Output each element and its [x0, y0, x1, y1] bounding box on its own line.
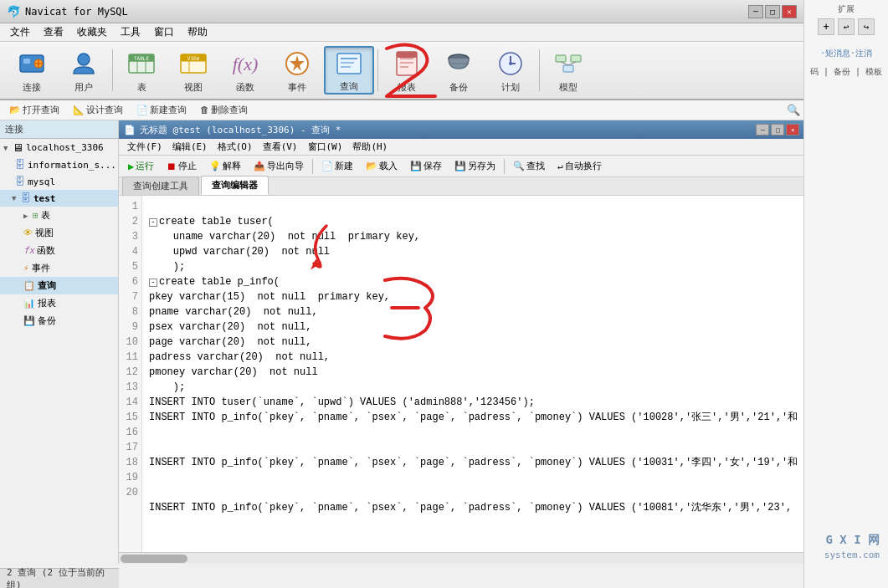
sidebar-item-reports[interactable]: 📊 报表 [0, 294, 118, 312]
view-button[interactable]: VIEW 视图 [168, 46, 218, 95]
h-scrollbar[interactable] [119, 552, 803, 564]
db-icon: 🗄 [21, 192, 31, 204]
code-line-9: page varchar(20) not null, [149, 336, 311, 348]
qmenu-help[interactable]: 帮助(H) [347, 140, 393, 154]
right-link-1[interactable]: ·矩消息·注消 [810, 47, 882, 60]
svg-line-37 [561, 62, 568, 65]
menu-item-window[interactable]: 窗口 [147, 23, 181, 41]
menu-item-help[interactable]: 帮助 [181, 23, 214, 41]
menu-item-tools[interactable]: 工具 [114, 23, 147, 41]
tab-builder[interactable]: 查询创建工具 [122, 176, 199, 195]
sidebar-item-views[interactable]: 👁 视图 [0, 224, 118, 242]
backup-button[interactable]: 备份 [434, 46, 484, 95]
save-button[interactable]: 💾 保存 [404, 157, 448, 175]
query-button[interactable]: 查询 [324, 46, 374, 95]
right-link-2[interactable]: 码 | 备份 | 模板 [810, 65, 882, 79]
qwin-maximize-btn[interactable]: □ [771, 124, 784, 135]
connect-button[interactable]: 连接 [7, 46, 57, 95]
view-icon: 👁 [23, 228, 33, 238]
code-line-1: -create table tuser( [149, 216, 274, 228]
stop-button[interactable]: ⏹ 停止 [161, 157, 203, 175]
query-icon: 📋 [23, 280, 35, 291]
event-button[interactable]: 事件 [272, 46, 322, 95]
sidebar-item-events[interactable]: ⚡ 事件 [0, 259, 118, 277]
sidebar-item-label: mysql [28, 176, 55, 187]
code-content[interactable]: -create table tuser( uname varchar(20) n… [142, 196, 803, 552]
qwin-minimize-btn[interactable]: ─ [756, 124, 769, 135]
query-menu-bar: 文件(F) 编辑(E) 格式(O) 查看(V) 窗口(W) 帮助(H) [119, 139, 803, 156]
h-scrollbar-thumb[interactable] [121, 555, 187, 563]
minimize-btn[interactable]: ─ [748, 5, 763, 18]
expand-icon: ▶ [23, 212, 33, 220]
qmenu-format[interactable]: 格式(O) [213, 140, 258, 154]
sidebar-item-functions[interactable]: fx 函数 [0, 242, 118, 259]
event-icon: ⚡ [23, 263, 29, 274]
sidebar-item-tables[interactable]: ▶ ⊞ 表 [0, 207, 118, 224]
run-button[interactable]: ▶ 运行 [122, 157, 160, 175]
qwin-close-btn[interactable]: ✕ [786, 124, 799, 135]
qmenu-view[interactable]: 查看(V) [258, 140, 303, 154]
save-as-button[interactable]: 💾 另存为 [449, 157, 501, 175]
menu-item-view[interactable]: 查看 [37, 23, 70, 41]
close-btn[interactable]: ✕ [782, 5, 797, 18]
title-bar: 🐬 Navicat for MySQL ─ □ ✕ [0, 0, 803, 23]
db-icon: 🗄 [15, 176, 25, 187]
new-button[interactable]: 📄 新建 [316, 157, 359, 175]
collapse-btn-1[interactable]: - [149, 218, 157, 227]
open-query-btn[interactable]: 📂 打开查询 [3, 101, 65, 119]
design-query-btn[interactable]: 📐 设计查询 [67, 101, 129, 119]
status-bar: 2 查询 (2 位于当前的组) [0, 568, 119, 588]
export-button[interactable]: 📤 导出向导 [248, 157, 310, 175]
collapse-btn-5[interactable]: - [149, 279, 157, 287]
menu-item-file[interactable]: 文件 [3, 23, 37, 41]
svg-point-33 [509, 62, 512, 65]
qmenu-file[interactable]: 文件(F) [122, 140, 167, 154]
menu-bar: 文件 查看 收藏夹 工具 窗口 帮助 [0, 23, 803, 42]
sidebar-item-label: 报表 [38, 297, 56, 309]
sidebar: 连接 ▼ 🖥 localhost_3306 🗄 information_s...… [0, 120, 119, 564]
new-query-btn[interactable]: 📄 新建查询 [131, 101, 192, 119]
svg-rect-1 [23, 59, 30, 64]
expand-btn-3[interactable]: ↪ [858, 18, 875, 35]
schedule-button[interactable]: 计划 [485, 46, 536, 95]
maximize-btn[interactable]: □ [765, 5, 780, 18]
user-button[interactable]: 用户 [59, 46, 109, 95]
table-button[interactable]: TABLE 表 [116, 46, 167, 95]
auto-wrap-button[interactable]: ↵ 自动换行 [552, 157, 608, 175]
menu-item-favorites[interactable]: 收藏夹 [70, 23, 114, 41]
qmenu-edit[interactable]: 编辑(E) [167, 140, 213, 154]
code-line-17: INSERT INTO p_info(`pkey`, `pname`, `pse… [149, 457, 798, 468]
model-button[interactable]: 模型 [543, 46, 593, 95]
code-line-8: psex varchar(20) not null, [149, 321, 311, 333]
sidebar-item-queries[interactable]: 📋 查询 [0, 277, 118, 294]
sidebar-item-label: localhost_3306 [26, 142, 104, 153]
explain-button[interactable]: 💡 解释 [203, 157, 247, 175]
expand-label: 扩展 [838, 3, 855, 15]
code-line-10: padress varchar(20) not null, [149, 351, 330, 363]
sidebar-item-backups[interactable]: 💾 备份 [0, 312, 118, 330]
status-text: 2 查询 (2 位于当前的组) [7, 566, 112, 589]
sidebar-item-information-schema[interactable]: 🗄 information_s... [0, 156, 118, 173]
expand-icon: ▼ [3, 144, 13, 152]
svg-line-38 [568, 62, 576, 65]
line-numbers: 1 2 3 4 5 6 7 8 9 10 11 12 13 14 15 16 1… [119, 196, 142, 552]
sidebar-item-test[interactable]: ▼ 🗄 test [0, 190, 118, 207]
qmenu-window[interactable]: 窗口(W) [303, 140, 348, 154]
code-editor[interactable]: 1 2 3 4 5 6 7 8 9 10 11 12 13 14 15 16 1… [119, 196, 803, 552]
function-button[interactable]: f(x) 函数 [220, 46, 270, 95]
sidebar-item-mysql[interactable]: 🗄 mysql [0, 173, 118, 190]
load-button[interactable]: 📂 载入 [360, 157, 403, 175]
find-button[interactable]: 🔍 查找 [507, 157, 551, 175]
sidebar-item-label: 视图 [35, 227, 54, 239]
report-button[interactable]: 报表 [382, 46, 432, 95]
delete-query-btn[interactable]: 🗑 删除查询 [194, 101, 254, 119]
expand-btn-2[interactable]: ↩ [838, 18, 855, 35]
sidebar-item-localhost[interactable]: ▼ 🖥 localhost_3306 [0, 139, 118, 156]
sidebar-item-label: 表 [41, 209, 50, 222]
svg-rect-35 [571, 55, 581, 62]
code-line-7: pname varchar(20) not null, [149, 306, 318, 318]
right-sidebar: 扩展 + ↩ ↪ ·矩消息·注消 码 | 备份 | 模板 [803, 0, 888, 588]
svg-rect-36 [563, 65, 573, 72]
tab-editor[interactable]: 查询编辑器 [201, 176, 269, 195]
expand-btn-1[interactable]: + [818, 18, 834, 35]
